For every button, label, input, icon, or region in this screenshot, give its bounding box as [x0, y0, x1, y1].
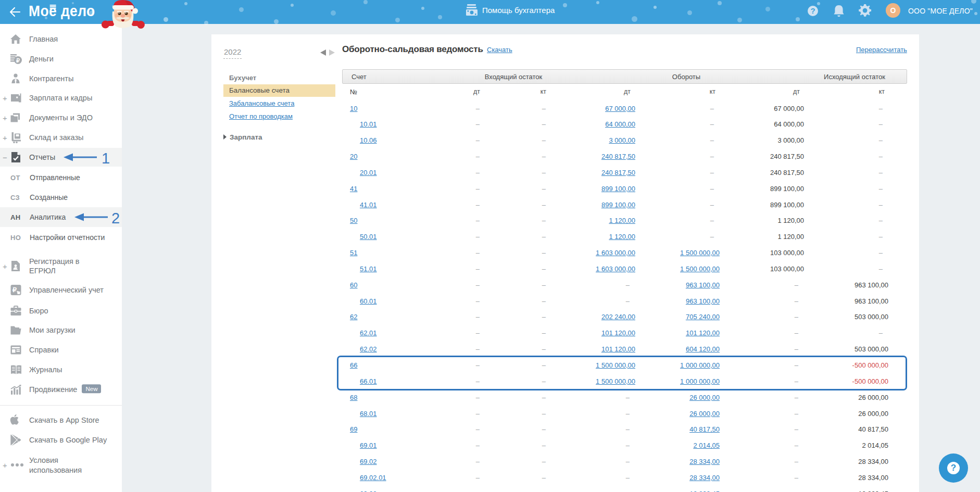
svg-text:₽: ₽ [16, 57, 20, 64]
svg-text:₽: ₽ [12, 286, 17, 294]
